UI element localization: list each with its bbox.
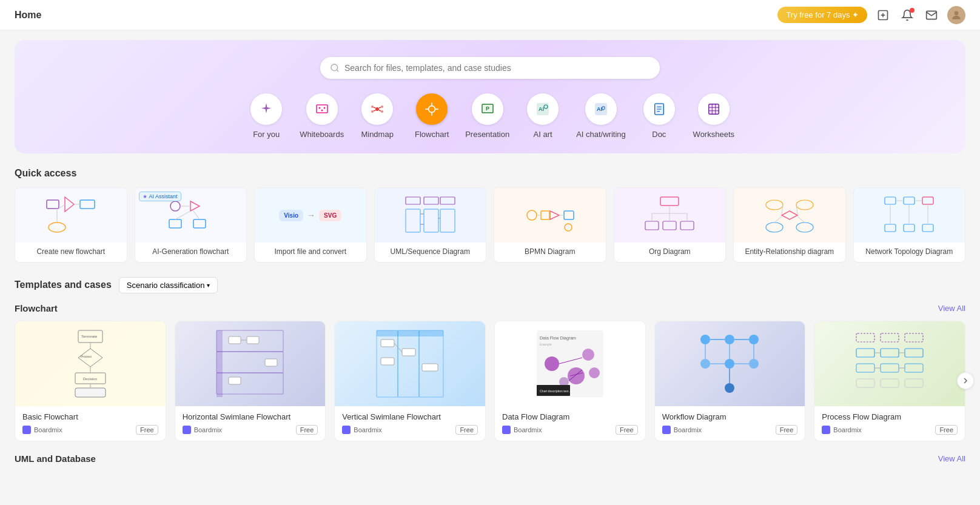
foryou-label: For you [253,130,280,139]
quick-card-img-er [734,188,845,242]
template-card-footer-workflow: Workflow Diagram Boardmix Free [655,406,805,441]
quick-card-create[interactable]: Create new flowchart [15,187,127,263]
svg-line-88 [797,216,805,222]
category-item-flowchart[interactable]: Flowchart [411,93,453,139]
visio-badge: Visio [279,210,303,221]
flowchart-view-all[interactable]: View All [938,304,965,313]
create-icon[interactable] [874,7,891,24]
svg-rect-117 [229,377,241,384]
quick-card-bpmn[interactable]: BPMN Diagram [494,187,606,263]
template-card-meta-vswim: Boardmix Free [342,425,478,435]
mindmap-label: Mindmap [361,130,393,139]
template-card-vswim[interactable]: Vertical Swimlane Flowchart Boardmix Fre… [334,321,486,441]
flowchart-subsection-header: Flowchart View All [15,303,965,313]
uml-subsection-title: UML and Database [15,453,96,464]
search-input[interactable] [344,63,650,73]
next-arrow[interactable] [957,372,974,389]
messages-icon[interactable] [923,7,940,24]
mindmap-icon [361,93,393,125]
quick-card-img-bpmn [494,188,606,242]
brand-logo-basic [22,426,31,434]
presentation-icon-svg: P [480,102,495,116]
template-card-name-vswim: Vertical Swimlane Flowchart [342,412,478,421]
svg-rect-110 [216,330,223,397]
template-card-meta-dfd: Boardmix Free [502,425,638,435]
quick-card-ai[interactable]: AI Assistant AI-Generation flowchart [135,187,247,263]
er-preview [762,194,817,236]
template-card-meta-process: Boardmix Free [822,425,958,435]
template-card-dfd[interactable]: Data Flow Diagram Example Chart descr [494,321,646,441]
svg-point-142 [725,335,734,344]
quick-card-uml[interactable]: UML/Sequence Diagram [374,187,487,263]
svg-rect-113 [216,373,283,394]
quick-card-import[interactable]: Visio → SVG Import file and convert [254,187,367,263]
aiart-label: AI art [534,130,552,139]
avatar[interactable] [947,6,965,24]
category-item-aichat[interactable]: AI AI chat/writing [576,93,626,139]
template-card-process[interactable]: Process Flow Diagram Boardmix Free [814,321,965,441]
quick-card-network[interactable]: Network Topology Diagram [853,187,966,263]
category-item-aiart[interactable]: AI AI art [522,93,564,139]
template-card-workflow[interactable]: Workflow Diagram Boardmix Free [654,321,806,441]
svg-point-13 [371,110,374,113]
svg-point-83 [766,222,783,232]
svg-point-19 [429,106,435,113]
header-actions: Try free for 7 days ✦ [777,6,965,24]
category-item-whiteboards[interactable]: Whiteboards [300,93,344,139]
org-preview [642,194,697,236]
brand-logo-dfd [502,426,511,434]
svg-rect-90 [904,197,915,204]
worksheets-icon-svg [707,102,720,116]
svg-rect-115 [247,336,259,344]
scenario-btn[interactable]: Scenario classification ▾ [119,277,218,293]
flowchart-label: Flowchart [415,130,449,139]
svg-rect-123 [381,339,394,347]
svg-text:AI: AI [539,106,544,112]
presentation-icon: P [472,93,503,125]
search-bar[interactable] [320,57,660,79]
category-item-foryou[interactable]: For you [245,93,287,139]
svg-point-145 [725,359,734,369]
free-badge-vswim: Free [455,425,478,435]
try-free-button[interactable]: Try free for 7 days ✦ [777,7,867,23]
mail-icon-svg [925,9,938,21]
svg-rect-126 [422,364,438,371]
svg-point-9 [321,110,323,112]
category-item-doc[interactable]: Doc [638,93,680,139]
template-card-img-process [814,321,965,406]
quick-card-label-uml: UML/Sequence Diagram [375,242,486,262]
uml-view-all[interactable]: View All [938,454,965,463]
svg-rect-66 [541,211,549,219]
quick-card-er[interactable]: Entity-Relationship diagram [733,187,846,263]
uml-subsection: UML and Database View All [15,453,965,464]
brand-logo-vswim [342,426,351,434]
aichat-label: AI chat/writing [576,130,626,139]
aiart-icon: AI [527,93,559,125]
uml-preview [403,194,457,236]
svg-rect-93 [904,224,915,232]
template-card-footer-vswim: Vertical Swimlane Flowchart Boardmix Fre… [335,406,485,441]
svg-badge: SVG [319,210,341,221]
svg-rect-103 [75,388,106,397]
svg-point-70 [565,224,572,231]
free-badge-process: Free [935,425,958,435]
svg-point-3 [955,11,959,15]
quick-card-org[interactable]: Org Diagram [614,187,727,263]
svg-point-8 [323,107,325,109]
doc-label: Doc [652,130,666,139]
svg-point-12 [381,105,383,108]
category-item-worksheets[interactable]: Worksheets [693,93,735,139]
quick-card-label-network: Network Topology Diagram [854,242,965,262]
scenario-btn-label: Scenario classification [127,281,205,290]
category-item-mindmap[interactable]: Mindmap [356,93,398,139]
worksheets-icon [698,93,730,125]
convert-arrow: → [307,210,315,220]
svg-rect-54 [406,197,420,204]
category-item-presentation[interactable]: P Presentation [465,93,509,139]
notification-icon[interactable] [899,7,916,24]
svg-point-131 [545,356,559,371]
template-card-hswim[interactable]: Horizontal Swimlane Flowchart Boardmix F… [175,321,326,441]
template-card-basic[interactable]: Terminate Process Decision Basic Flowcha… [15,321,166,441]
header: Home Try free for 7 days ✦ [0,0,980,30]
template-card-img-workflow [655,321,805,406]
